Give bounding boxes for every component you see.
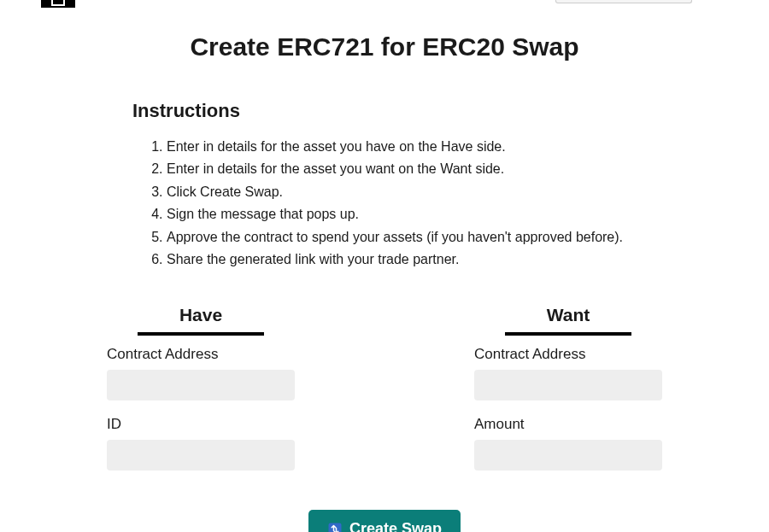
want-contract-label: Contract Address: [474, 346, 662, 363]
instruction-step: Enter in details for the asset you want …: [167, 160, 637, 178]
have-column: Have Contract Address ID: [107, 305, 295, 486]
have-id-label: ID: [107, 416, 295, 433]
instruction-step: Share the generated link with your trade…: [167, 250, 637, 269]
instruction-step: Click Create Swap.: [167, 183, 637, 202]
page-title: Create ERC721 for ERC20 Swap: [0, 32, 769, 61]
instructions-heading: Instructions: [132, 100, 637, 122]
have-id-input[interactable]: [107, 440, 295, 471]
want-contract-input[interactable]: [474, 370, 662, 400]
have-contract-label: Contract Address: [107, 346, 295, 363]
want-amount-label: Amount: [474, 416, 662, 433]
create-swap-label: Create Swap: [349, 520, 442, 532]
have-contract-input[interactable]: [107, 370, 295, 400]
instruction-step: Approve the contract to spend your asset…: [167, 228, 637, 247]
want-heading: Want: [474, 305, 662, 330]
swap-icon: [327, 522, 343, 532]
have-heading: Have: [107, 305, 295, 330]
app-logo[interactable]: [41, 0, 75, 8]
want-column: Want Contract Address Amount: [474, 305, 662, 486]
want-amount-input[interactable]: [474, 440, 662, 471]
instruction-step: Sign the message that pops up.: [167, 205, 637, 224]
create-swap-button[interactable]: Create Swap: [308, 510, 461, 532]
wallet-chip[interactable]: [555, 0, 692, 3]
instruction-step: Enter in details for the asset you have …: [167, 137, 637, 156]
instructions-list: Enter in details for the asset you have …: [132, 137, 637, 269]
